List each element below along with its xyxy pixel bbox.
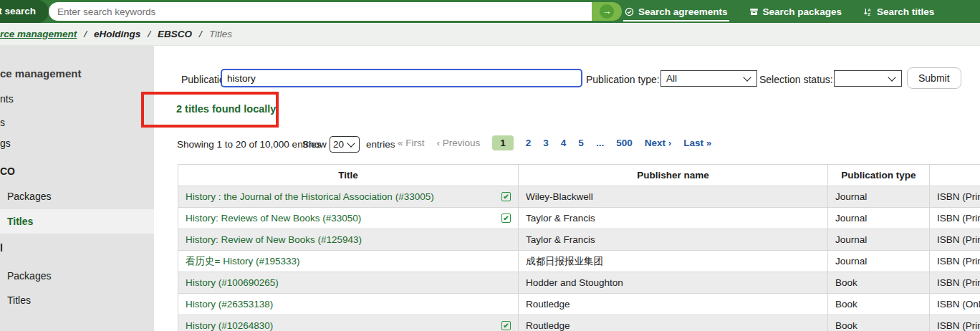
top-nav: Search agreementsSearch packagesAZSearch… [623,0,936,23]
sidebar-item-gs[interactable]: gs [0,138,11,149]
pagination-ellipsis: ... [596,138,604,148]
table-row: 看历史= History (#195333)成都日报报业集团JournalISB… [178,251,980,272]
page-size-select[interactable]: 20 [330,136,360,153]
sidebar-item-nts[interactable]: nts [0,93,14,105]
results-table: TitlePublisher namePublication type Hist… [178,164,980,331]
search-tab[interactable]: nt search [0,0,49,23]
table-row: History: Reviews of New Books (#33050)✔T… [178,208,980,229]
publisher-cell: Wiley-Blackwell [519,186,828,208]
page-size-value: 20 [333,139,344,150]
selected-check-icon: ✔ [501,214,511,223]
column-header-publisher-name: Publisher name [519,165,828,186]
selected-check-icon: ✔ [501,192,511,201]
publication-type-label: Publication type: [586,74,660,85]
identifier-cell: ISBN (Onlin [930,294,980,315]
sidebar-item-s[interactable]: s [0,117,5,128]
publisher-cell: Routledge [519,294,828,315]
selection-status-select[interactable] [834,70,902,87]
publication-type-cell: Book [828,272,930,294]
title-cell: 看历史= History (#195333) [178,251,519,272]
publication-title-input[interactable] [221,69,582,87]
top-nav-search-titles[interactable]: AZSearch titles [862,2,936,21]
table-row: History (#10264830)✔RoutledgeBookISBN (P… [178,315,980,331]
identifier-cell: ISBN (Print [930,272,980,294]
top-nav-label: Search titles [877,6,934,17]
pagination-first[interactable]: « First [398,138,425,148]
publisher-cell: Routledge [519,315,828,331]
top-nav-label: Search agreements [638,6,728,17]
sidebar-item-packages[interactable]: Packages [7,270,51,282]
breadcrumb-separator: / [199,29,202,39]
result-message: 2 titles found locally [176,103,276,115]
top-nav-label: Search packages [763,6,842,17]
breadcrumb-eholdings: eHoldings [94,29,140,39]
selection-status-label: Selection status: [759,74,833,85]
pagination-page-500[interactable]: 500 [616,138,633,148]
publication-type-cell: Book [828,315,930,331]
table-header-row: TitlePublisher namePublication type [178,165,980,186]
top-nav-search-packages[interactable]: Search packages [748,2,843,21]
sidebar-item-titles[interactable]: Titles [7,294,31,306]
pagination-last[interactable]: Last » [683,138,711,148]
arrow-right-icon: → [600,4,614,19]
pagination-page-4[interactable]: 4 [561,138,567,148]
search-tab-label: nt search [0,6,36,16]
search-submit-button[interactable]: → [592,2,622,21]
identifier-cell: ISBN (Print [930,186,980,208]
submit-button[interactable]: Submit [907,67,961,89]
title-link[interactable]: 看历史= History (#195333) [186,255,299,268]
pagination-page-1[interactable]: 1 [492,135,514,150]
title-link[interactable]: History (#26353138) [186,299,273,310]
publisher-cell: 成都日报报业集团 [519,251,828,272]
column-header-identifier [930,165,980,186]
publication-type-value: All [666,73,740,84]
identifier-cell: ISBN (Print [930,208,980,229]
identifier-cell: ISBN (Print [930,315,980,331]
breadcrumb: rce management/eHoldings/EBSCO/Titles [0,23,980,46]
top-nav-search-agreements[interactable]: Search agreements [623,2,729,21]
identifier-cell: ISBN (Print [930,229,980,251]
sidebar-item-l[interactable]: l [0,242,3,254]
pagination-page-2[interactable]: 2 [526,138,532,148]
sort-alpha-icon: AZ [863,7,873,16]
breadcrumb-rce-management[interactable]: rce management [0,29,77,39]
title-link[interactable]: History : the Journal of the Historical … [186,191,434,202]
pagination-previous[interactable]: ‹ Previous [437,138,481,148]
title-cell: History: Reviews of New Books (#33050)✔ [178,208,519,229]
sidebar-item-titles[interactable]: Titles [0,209,154,234]
pagination-page-5[interactable]: 5 [578,138,584,148]
publication-type-cell: Journal [828,229,930,251]
table-row: History : the Journal of the Historical … [178,186,980,208]
title-link[interactable]: History (#100690265) [186,277,279,288]
chevron-down-icon [743,73,751,81]
table-row: History (#26353138)RoutledgeBookISBN (On… [178,294,980,315]
publication-type-select[interactable]: All [660,70,757,87]
pagination-next[interactable]: Next › [645,138,672,148]
title-link[interactable]: History (#10264830) [186,320,273,331]
main-content: Publication title: Publication type: All… [154,46,980,331]
publisher-cell: Hodder and Stoughton [519,272,828,294]
publisher-cell: Taylor & Francis [519,229,828,251]
title-cell: History: Review of New Books (#125943) [178,229,519,251]
pagination: « First‹ Previous12345...500Next ›Last » [398,135,711,150]
title-cell: History : the Journal of the Historical … [178,186,519,208]
check-circle-icon [625,7,634,16]
showing-entries-text: Showing 1 to 20 of 10,000 entries [177,139,321,150]
search-input[interactable] [49,2,592,21]
title-cell: History (#26353138) [178,294,519,315]
archive-icon [749,7,759,16]
publication-type-cell: Journal [828,186,930,208]
table-row: History: Review of New Books (#125943)Ta… [178,229,980,251]
sidebar-item-packages[interactable]: Packages [7,191,51,202]
pagination-page-3[interactable]: 3 [543,138,549,148]
entries-label: entries [366,139,395,150]
title-link[interactable]: History: Reviews of New Books (#33050) [186,213,361,224]
publication-type-cell: Book [828,294,930,315]
title-cell: History (#10264830)✔ [178,315,519,331]
sidebar-item-co[interactable]: CO [0,166,15,177]
breadcrumb-titles: Titles [209,29,232,39]
title-cell: History (#100690265) [178,272,519,294]
breadcrumb-ebsco: EBSCO [158,29,192,39]
title-link[interactable]: History: Review of New Books (#125943) [186,234,362,245]
identifier-cell: ISBN (Print [930,251,980,272]
